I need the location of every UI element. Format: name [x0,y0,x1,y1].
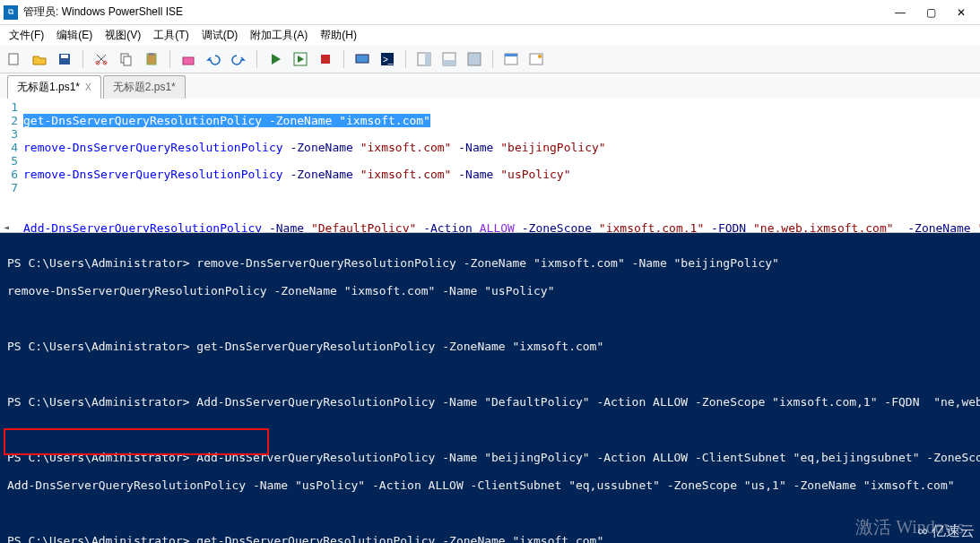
title-bar: ⧉ 管理员: Windows PowerShell ISE — ▢ ✕ [0,0,980,25]
copy-icon[interactable] [116,48,137,70]
svg-rect-2 [61,55,68,58]
svg-rect-21 [505,54,517,56]
stop-icon[interactable] [315,48,336,70]
redo-icon[interactable] [228,48,249,70]
powershell-icon[interactable]: >_ [377,48,398,70]
command-addon-icon[interactable] [500,48,522,70]
menu-bar: 文件(F) 编辑(E) 视图(V) 工具(T) 调试(D) 附加工具(A) 帮助… [0,25,980,45]
tab-inactive[interactable]: 无标题2.ps1* [103,75,186,99]
cut-icon[interactable] [91,48,112,70]
new-icon[interactable] [4,48,25,70]
console-line: PS C:\Users\Administrator> get-DnsServer… [7,340,973,354]
app-icon: ⧉ [4,5,18,20]
maximize-button[interactable]: ▢ [915,3,946,22]
svg-rect-6 [124,56,131,65]
svg-text:>_: >_ [383,55,394,65]
menu-debug[interactable]: 调试(D) [196,26,244,45]
code-area[interactable]: get-DnsServerQueryResolutionPolicy -Zone… [23,99,980,232]
run-icon[interactable] [265,48,286,70]
menu-tools[interactable]: 工具(T) [148,26,194,45]
paste-icon[interactable] [141,48,162,70]
menu-help[interactable]: 帮助(H) [315,26,362,45]
layout-bottom-icon[interactable] [438,48,460,70]
new-remote-icon[interactable] [351,48,373,70]
svg-rect-9 [183,57,194,65]
scroll-left-icon[interactable]: ◄ [4,222,9,232]
tab-label: 无标题2.ps1* [113,80,176,95]
svg-rect-12 [356,55,369,63]
console-line: PS C:\Users\Administrator> get-DnsServer… [7,534,973,544]
run-selection-icon[interactable] [290,48,311,70]
clear-icon[interactable] [178,48,199,70]
console-line: PS C:\Users\Administrator> remove-DnsSer… [7,256,973,271]
line-gutter: 1234567 [0,99,23,232]
menu-edit[interactable]: 编辑(E) [51,26,98,45]
console-line: Add-DnsServerQueryResolutionPolicy -Name… [7,478,973,493]
menu-file[interactable]: 文件(F) [4,26,49,45]
svg-point-23 [538,55,542,58]
show-command-icon[interactable] [525,48,547,70]
script-editor[interactable]: 1234567 get-DnsServerQueryResolutionPoli… [0,99,980,233]
console-line: PS C:\Users\Administrator> Add-DnsServer… [7,395,973,409]
svg-rect-18 [443,60,455,65]
editor-tabs: 无标题1.ps1* X 无标题2.ps1* [0,73,980,99]
svg-rect-8 [149,53,154,56]
svg-rect-0 [9,54,18,65]
corner-logo: ∞ 亿速云 [917,524,975,539]
menu-view[interactable]: 视图(V) [100,26,146,45]
save-icon[interactable] [54,48,75,70]
console-line: PS C:\Users\Administrator> Add-DnsServer… [7,451,973,465]
toolbar: >_ [0,45,980,73]
console-pane[interactable]: PS C:\Users\Administrator> remove-DnsSer… [0,233,980,543]
open-icon[interactable] [29,48,50,70]
window-title: 管理员: Windows PowerShell ISE [23,4,885,20]
tab-label: 无标题1.ps1* [17,80,80,95]
svg-rect-16 [425,53,430,65]
tab-close-icon[interactable]: X [85,82,91,92]
svg-rect-11 [321,55,330,64]
close-button[interactable]: ✕ [946,3,976,22]
tab-active[interactable]: 无标题1.ps1* X [7,75,101,99]
undo-icon[interactable] [203,48,224,70]
svg-rect-19 [468,53,481,65]
console-line: remove-DnsServerQueryResolutionPolicy -Z… [7,284,973,298]
layout-right-icon[interactable] [413,48,435,70]
layout-max-icon[interactable] [464,48,485,70]
menu-addons[interactable]: 附加工具(A) [245,26,313,45]
minimize-button[interactable]: — [885,3,915,22]
